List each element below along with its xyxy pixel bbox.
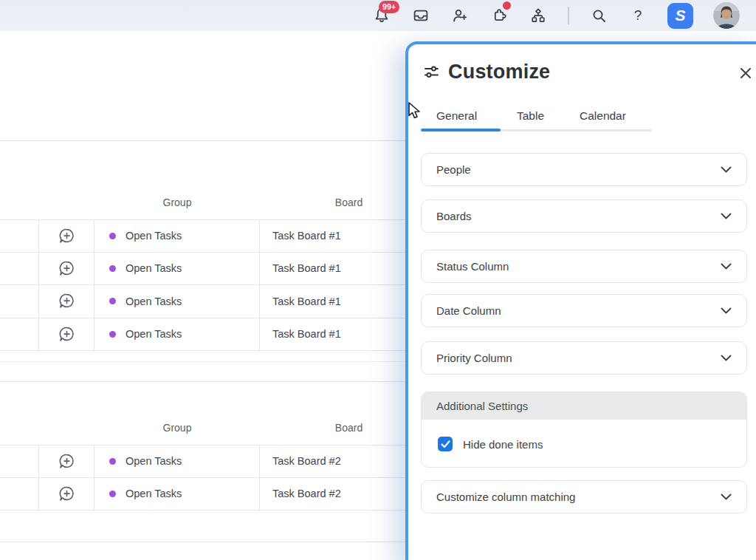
customize-sliders-icon xyxy=(423,64,440,81)
add-update-icon xyxy=(58,485,75,502)
blank-cell xyxy=(0,253,39,285)
dropdown-label: Boards xyxy=(436,210,472,222)
dropdown-label: Date Column xyxy=(436,304,501,317)
board-cell[interactable]: Task Board #1 xyxy=(260,318,411,351)
add-update-button[interactable] xyxy=(39,478,94,511)
notification-badge: 99+ xyxy=(379,1,399,13)
board-column-header: Board xyxy=(260,422,411,434)
blank-cell xyxy=(0,220,39,252)
group-cell[interactable]: Open Tasks xyxy=(94,445,260,477)
tab-general[interactable]: General xyxy=(436,109,477,123)
org-chart-button[interactable] xyxy=(529,6,548,25)
board-cell[interactable]: Task Board #1 xyxy=(260,285,411,318)
group-color-dot xyxy=(109,233,116,239)
add-teammate-icon xyxy=(451,7,469,24)
check-icon xyxy=(441,440,450,448)
close-icon xyxy=(740,67,752,79)
help-button[interactable]: ? xyxy=(628,6,647,25)
task-table-board2: Group Board Open Tasks Task Board #2 xyxy=(0,411,411,511)
tab-table[interactable]: Table xyxy=(517,109,544,123)
table-header-row: Group Board xyxy=(0,411,411,445)
group-name: Open Tasks xyxy=(126,230,182,242)
section-divider-top xyxy=(0,140,411,141)
table-row[interactable]: Open Tasks Task Board #1 xyxy=(0,285,411,318)
close-panel-button[interactable] xyxy=(736,64,755,83)
group-name: Open Tasks xyxy=(126,262,182,274)
add-update-button[interactable] xyxy=(39,445,94,477)
add-update-button[interactable] xyxy=(39,253,94,285)
dropdown-label: Priority Column xyxy=(436,352,512,364)
blank-cell xyxy=(0,318,39,351)
group-cell[interactable]: Open Tasks xyxy=(94,253,260,285)
add-update-button[interactable] xyxy=(39,318,94,351)
dropdown-label: Status Column xyxy=(436,260,509,273)
app-logo[interactable]: S xyxy=(667,3,693,29)
help-icon: ? xyxy=(634,7,642,24)
panel-title: Customize xyxy=(448,61,550,83)
hide-done-items-checkbox[interactable] xyxy=(438,437,453,451)
tab-calendar[interactable]: Calendar xyxy=(580,109,626,123)
inbox-icon xyxy=(412,7,430,24)
search-button[interactable] xyxy=(589,6,608,25)
group-column-header: Group xyxy=(94,197,260,208)
board-cell[interactable]: Task Board #2 xyxy=(260,478,411,511)
group-name: Open Tasks xyxy=(126,455,182,467)
user-avatar[interactable] xyxy=(713,2,740,29)
dropdown-status-column[interactable]: Status Column xyxy=(421,250,747,283)
group-color-dot xyxy=(109,331,116,338)
dropdown-label: People xyxy=(436,163,471,176)
search-icon xyxy=(590,7,608,24)
chevron-down-icon xyxy=(721,166,732,174)
table-row[interactable]: Open Tasks Task Board #1 xyxy=(0,219,411,253)
board-cell[interactable]: Task Board #1 xyxy=(260,253,411,285)
hide-done-items-label: Hide done items xyxy=(463,438,543,451)
group-column-header: Group xyxy=(94,422,260,434)
chevron-down-icon xyxy=(721,263,732,270)
add-update-icon xyxy=(58,228,75,245)
dropdown-people[interactable]: People xyxy=(421,153,747,186)
group-name: Open Tasks xyxy=(126,328,182,340)
add-update-button[interactable] xyxy=(39,220,94,252)
add-update-icon xyxy=(58,326,75,343)
customize-column-matching-dropdown[interactable]: Customize column matching xyxy=(421,480,747,513)
blank-cell xyxy=(0,478,39,511)
group-color-dot xyxy=(109,298,116,304)
customize-panel: Customize General Table Calendar People … xyxy=(405,41,756,560)
avatar-photo xyxy=(713,2,740,29)
table-body: Open Tasks Task Board #2 Open Tasks Task… xyxy=(0,445,411,511)
task-table-board1: Group Board Open Tasks Task Board #1 xyxy=(0,185,411,351)
dropdown-priority-column[interactable]: Priority Column xyxy=(421,341,747,375)
active-tab-indicator xyxy=(421,129,501,132)
dropdown-boards[interactable]: Boards xyxy=(421,199,747,233)
marketplace-button[interactable] xyxy=(489,6,509,25)
add-update-button[interactable] xyxy=(39,285,94,318)
group-cell[interactable]: Open Tasks xyxy=(94,318,260,351)
group-cell[interactable]: Open Tasks xyxy=(94,478,260,511)
add-teammate-button[interactable] xyxy=(450,6,470,25)
board-cell[interactable]: Task Board #1 xyxy=(260,220,411,252)
add-update-icon xyxy=(58,260,75,277)
table-header-row: Group Board xyxy=(0,185,411,219)
table-row[interactable]: Open Tasks Task Board #1 xyxy=(0,318,411,352)
group-color-dot xyxy=(109,491,116,497)
inbox-button[interactable] xyxy=(411,6,430,25)
table-row[interactable]: Open Tasks Task Board #1 xyxy=(0,253,411,286)
board-column-header: Board xyxy=(260,197,411,208)
chevron-down-icon xyxy=(721,307,732,315)
add-update-icon xyxy=(58,293,75,310)
add-update-icon xyxy=(58,453,75,470)
group-color-dot xyxy=(109,458,116,465)
dropdown-date-column[interactable]: Date Column xyxy=(421,294,747,327)
group-color-dot xyxy=(109,265,116,272)
notifications-button[interactable]: 99+ xyxy=(372,6,391,25)
table-row[interactable]: Open Tasks Task Board #2 xyxy=(0,445,411,478)
section-divider xyxy=(0,381,411,382)
table-row[interactable]: Open Tasks Task Board #2 xyxy=(0,478,411,511)
mouse-cursor xyxy=(407,101,423,120)
section-divider xyxy=(0,361,411,362)
board-cell[interactable]: Task Board #2 xyxy=(260,445,411,477)
group-cell[interactable]: Open Tasks xyxy=(94,220,260,252)
additional-settings-title: Additional Settings xyxy=(422,392,746,420)
group-cell[interactable]: Open Tasks xyxy=(94,285,260,318)
chevron-down-icon xyxy=(721,355,732,362)
